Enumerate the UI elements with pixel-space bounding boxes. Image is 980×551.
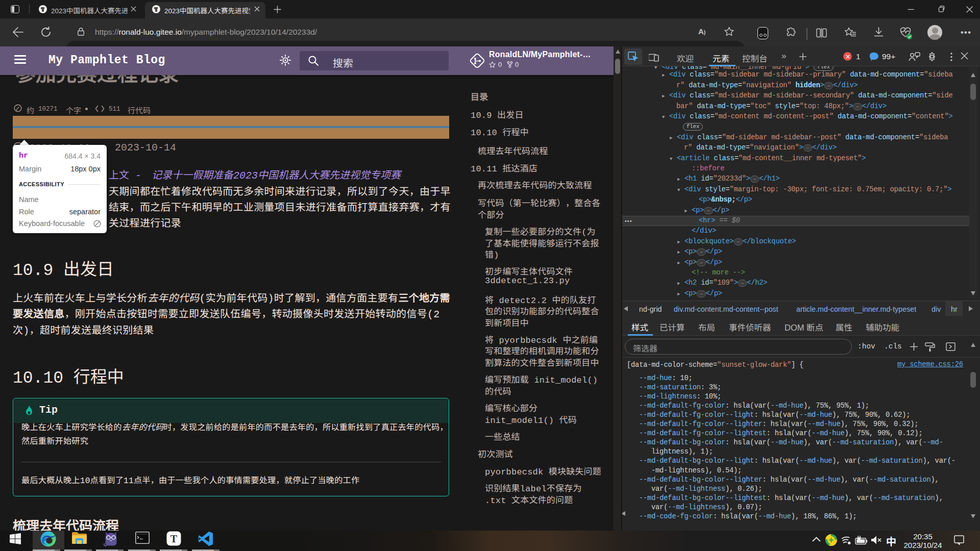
svg-text:T: T	[170, 533, 178, 544]
